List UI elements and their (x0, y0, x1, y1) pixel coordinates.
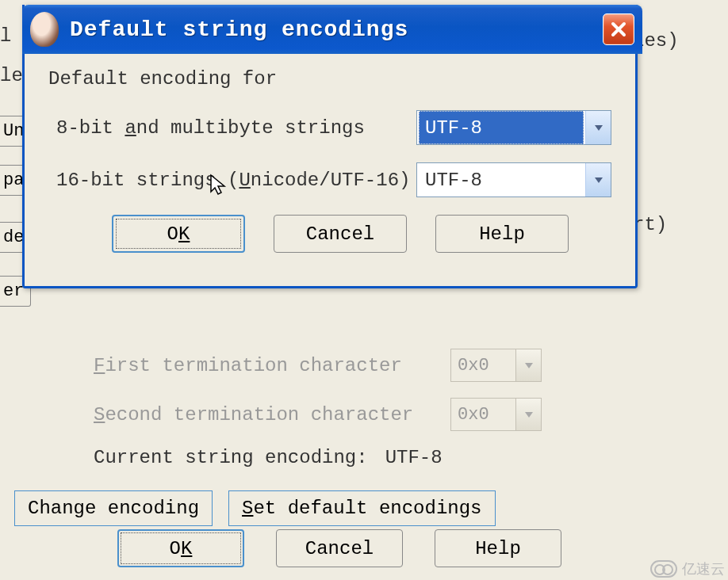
close-icon (610, 21, 627, 38)
cancel-button[interactable]: Cancel (274, 215, 407, 253)
second-termination-combo: 0x0 (450, 398, 542, 431)
combo-value: UTF-8 (419, 111, 584, 144)
parent-ok-button[interactable]: OK (117, 529, 244, 567)
combo-value: 0x0 (458, 356, 489, 376)
combo-value: UTF-8 (419, 163, 584, 197)
change-encoding-button[interactable]: Change encoding (14, 490, 213, 526)
chevron-down-icon (515, 399, 541, 430)
set-default-encodings-button[interactable]: Set default encodings (228, 490, 495, 526)
watermark: 亿速云 (650, 559, 725, 578)
default-encodings-dialog: Default string encodings Default encodin… (22, 5, 638, 288)
svg-marker-1 (525, 412, 533, 418)
watermark-text: 亿速云 (682, 559, 725, 578)
parent-cancel-button[interactable]: Cancel (276, 529, 403, 567)
svg-marker-2 (595, 125, 603, 131)
bg-fragment: le (0, 65, 23, 86)
chevron-down-icon (515, 349, 541, 381)
svg-marker-0 (525, 363, 533, 368)
first-termination-combo: 0x0 (450, 349, 542, 382)
chevron-down-icon[interactable] (585, 163, 611, 197)
current-encoding-label: Current string encoding: (94, 447, 368, 468)
16bit-encoding-label: 16-bit strings (Unicode/UTF-16) (56, 170, 416, 191)
combo-value: 0x0 (458, 405, 489, 425)
svg-marker-3 (595, 177, 603, 183)
8bit-encoding-combo[interactable]: UTF-8 (416, 110, 611, 145)
parent-settings-area: First termination character 0x0 Second t… (94, 349, 696, 526)
help-button[interactable]: Help (435, 215, 569, 253)
dialog-title: Default string encodings (70, 17, 603, 42)
app-icon (30, 12, 59, 47)
close-button[interactable] (603, 13, 634, 45)
parent-button-row: OK Cancel Help (117, 529, 561, 567)
chevron-down-icon[interactable] (585, 111, 611, 144)
8bit-encoding-label: 8-bit and multibyte strings (56, 117, 416, 139)
first-termination-label: First termination character (94, 355, 450, 376)
watermark-logo-icon (650, 560, 677, 578)
section-heading: Default encoding for (48, 68, 619, 90)
parent-help-button[interactable]: Help (435, 529, 561, 567)
current-encoding-value: UTF-8 (385, 447, 443, 468)
ok-button[interactable]: OK (112, 215, 245, 253)
second-termination-label: Second termination character (94, 404, 450, 425)
titlebar[interactable]: Default string encodings (22, 5, 642, 54)
bg-fragment: l (0, 25, 11, 47)
bg-fragment: rt) (633, 214, 667, 235)
16bit-encoding-combo[interactable]: UTF-8 (416, 162, 611, 197)
